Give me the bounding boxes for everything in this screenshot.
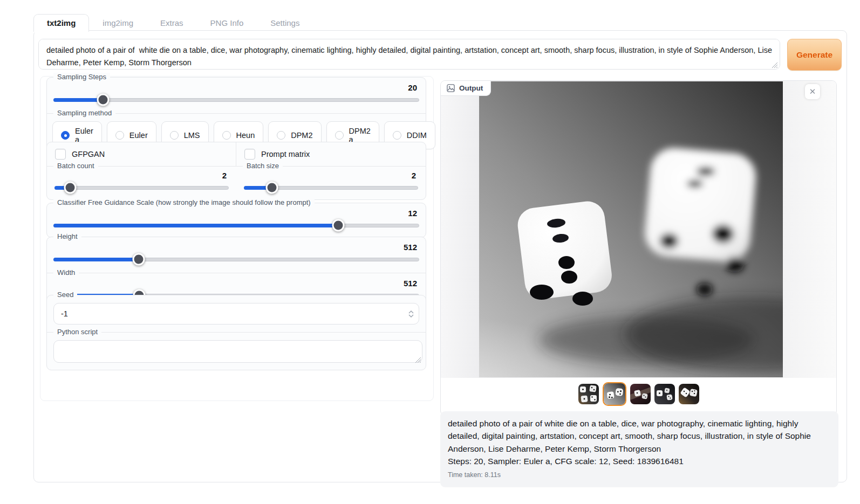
- output-image: [479, 81, 783, 377]
- slider-handle[interactable]: [266, 182, 278, 194]
- cfg-scale-label: Classifier Free Guidance Scale (how stro…: [53, 198, 315, 206]
- slider-fill: [53, 258, 139, 261]
- checkbox-icon[interactable]: [55, 149, 66, 160]
- spinner-down-icon[interactable]: [408, 314, 414, 317]
- height-slider[interactable]: [53, 254, 419, 264]
- options-panel: GFPGAN Prompt matrix Batch count 2: [46, 142, 426, 200]
- checkbox-row: GFPGAN Prompt matrix: [47, 142, 426, 166]
- image-stage: Output ✕: [441, 81, 836, 378]
- radio-icon: [61, 131, 70, 140]
- main-container: detailed photo of a pair of white die on…: [33, 30, 847, 482]
- radio-icon: [115, 131, 124, 140]
- cfg-scale-value: 12: [52, 205, 420, 220]
- thumbnail-strip: [441, 382, 836, 406]
- output-label-text: Output: [459, 84, 483, 92]
- batch-count-value: 2: [53, 168, 230, 183]
- slider-handle[interactable]: [64, 182, 77, 194]
- sampling-method-label: Sampling method: [53, 109, 115, 117]
- radio-icon: [335, 131, 344, 140]
- number-spinner[interactable]: [408, 310, 414, 317]
- seed-group: Seed -1: [47, 295, 426, 330]
- thumbnail-5[interactable]: [679, 384, 699, 404]
- thumbnail-4[interactable]: [654, 384, 675, 404]
- sampler-option-label: DDIM: [407, 131, 427, 140]
- tab-img2img[interactable]: img2img: [89, 14, 147, 32]
- generation-info: detailed photo of a pair of white die on…: [440, 411, 838, 487]
- cfg-scale-group: Classifier Free Guidance Scale (how stro…: [47, 203, 426, 237]
- app-page: txt2img img2img Extras PNG Info Settings…: [0, 0, 860, 504]
- slider-fill: [53, 98, 103, 102]
- info-params: Steps: 20, Sampler: Euler a, CFG scale: …: [448, 455, 831, 467]
- width-value: 512: [52, 275, 420, 291]
- spinner-up-icon[interactable]: [408, 310, 414, 314]
- batch-count-slider[interactable]: [54, 183, 229, 192]
- seed-value: -1: [61, 309, 68, 318]
- height-label: Height: [53, 232, 81, 240]
- prompt-input[interactable]: detailed photo of a pair of white die on…: [38, 39, 780, 70]
- thumbnail-2-selected[interactable]: [603, 382, 626, 406]
- sampling-steps-label: Sampling Steps: [53, 73, 110, 81]
- generate-button[interactable]: Generate: [787, 39, 842, 71]
- batch-size-group: Batch size 2: [236, 166, 426, 199]
- image-icon: [447, 84, 455, 92]
- python-script-label: Python script: [53, 328, 101, 336]
- tab-bar: txt2img img2img Extras PNG Info Settings: [33, 14, 313, 32]
- sampling-steps-slider[interactable]: [53, 95, 419, 105]
- radio-icon: [170, 131, 179, 140]
- cfg-scale-slider[interactable]: [53, 220, 419, 230]
- height-value: 512: [52, 239, 420, 254]
- slider-handle[interactable]: [97, 94, 110, 106]
- thumbnail-3[interactable]: [630, 384, 651, 404]
- checkbox-icon[interactable]: [244, 149, 255, 160]
- python-script-input[interactable]: [53, 340, 422, 363]
- batch-size-slider[interactable]: [244, 183, 418, 192]
- batch-size-value: 2: [243, 168, 419, 183]
- close-button[interactable]: ✕: [805, 84, 820, 99]
- prompt-matrix-label: Prompt matrix: [261, 150, 310, 158]
- width-label: Width: [53, 268, 79, 277]
- batch-count-group: Batch count 2: [47, 166, 236, 199]
- gfpgan-label: GFPGAN: [72, 150, 105, 158]
- radio-icon: [222, 131, 231, 140]
- tab-extras[interactable]: Extras: [147, 14, 197, 32]
- sampling-steps-value: 20: [52, 80, 420, 95]
- height-group: Height 512: [47, 237, 426, 271]
- sampler-option-label: LMS: [184, 131, 200, 140]
- sampler-option-label: Euler: [129, 131, 148, 140]
- tab-settings[interactable]: Settings: [257, 14, 313, 32]
- tab-png-info[interactable]: PNG Info: [197, 14, 257, 32]
- sampler-option-label: DPM2: [291, 131, 312, 140]
- sampling-steps-group: Sampling Steps 20: [47, 78, 426, 112]
- thumbnail-1[interactable]: [578, 384, 599, 404]
- radio-icon: [277, 131, 285, 140]
- seed-input[interactable]: -1: [53, 303, 419, 325]
- python-script-group: Python script: [47, 332, 426, 370]
- info-prompt: detailed photo of a pair of white die on…: [448, 417, 831, 455]
- batch-row: Batch count 2 Batch size 2: [47, 166, 426, 199]
- seed-label: Seed: [53, 291, 77, 299]
- slider-track[interactable]: [54, 186, 229, 190]
- radio-icon: [393, 131, 401, 140]
- info-time-taken: Time taken: 8.11s: [448, 470, 831, 480]
- seed-script-panel: Seed -1 Python script: [46, 295, 426, 370]
- output-gallery: Output ✕: [440, 80, 837, 416]
- output-label: Output: [441, 81, 491, 96]
- cfg-panel: Classifier Free Guidance Scale (how stro…: [46, 203, 426, 238]
- batch-size-label: Batch size: [243, 162, 283, 170]
- tab-txt2img[interactable]: txt2img: [33, 14, 89, 32]
- slider-handle[interactable]: [132, 253, 145, 266]
- slider-fill: [53, 224, 338, 227]
- batch-count-label: Batch count: [53, 162, 98, 170]
- sampler-option-label: Heun: [236, 131, 255, 140]
- slider-handle[interactable]: [332, 219, 345, 232]
